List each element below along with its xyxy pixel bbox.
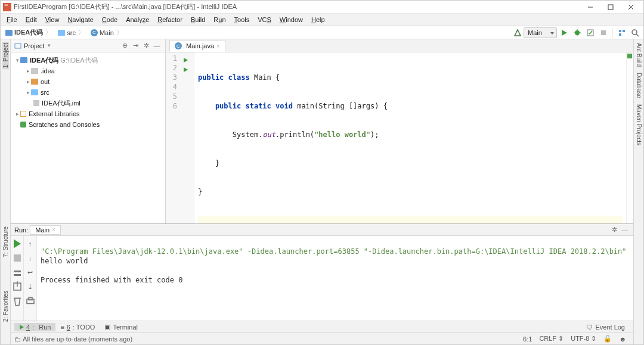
menu-view[interactable]: View xyxy=(42,15,63,24)
menu-tools[interactable]: Tools xyxy=(231,15,253,24)
maximize-button[interactable] xyxy=(600,1,621,13)
close-icon[interactable]: × xyxy=(52,226,55,233)
sidebar-hide-icon[interactable]: — xyxy=(152,41,162,51)
stripe-database[interactable]: Database xyxy=(636,72,642,100)
stop-button[interactable] xyxy=(597,27,609,38)
run-tab-main[interactable]: Main× xyxy=(30,225,61,235)
menu-run[interactable]: Run xyxy=(210,15,229,24)
console-output[interactable]: "C:\Program Files\Java\jdk-12.0.1\bin\ja… xyxy=(37,236,633,321)
tree-idea-dir[interactable]: ▸.idea xyxy=(11,66,165,76)
menu-window[interactable]: Window xyxy=(276,15,306,24)
trash-button[interactable] xyxy=(12,296,23,306)
search-button[interactable] xyxy=(629,27,641,38)
menu-refactor[interactable]: Refactor xyxy=(154,15,186,24)
svg-line-15 xyxy=(636,34,639,36)
run-hide-icon[interactable]: — xyxy=(620,225,630,235)
module-icon xyxy=(5,30,13,36)
sidebar-scroll-from-source-icon[interactable]: ⊕ xyxy=(120,41,129,51)
readonly-lock-icon[interactable]: 🔓 xyxy=(600,335,615,343)
close-button[interactable] xyxy=(621,1,641,13)
code-editor[interactable]: 1 2 3 4 5 6 public class Main { public s… xyxy=(166,52,633,223)
project-tree[interactable]: ▾IDEA代码 G:\IDEA代码 ▸.idea ▸out ▸src IDEA代… xyxy=(11,52,165,223)
down-button[interactable]: ↓ xyxy=(25,253,36,263)
editor-tabs: C Main.java × xyxy=(166,39,633,52)
close-tab-icon[interactable]: × xyxy=(216,43,220,49)
breadcrumb: IDEA代码〉 src〉 CMain〉 xyxy=(3,27,125,38)
caret-position[interactable]: 6:1 xyxy=(519,335,535,343)
stripe-structure[interactable]: 7: Structure xyxy=(2,225,9,259)
menu-file[interactable]: File xyxy=(3,15,21,24)
right-toolwindow-stripe: Ant Build Database Maven Projects xyxy=(633,39,643,344)
svg-rect-19 xyxy=(14,274,21,276)
left-toolwindow-stripe: 1: Project 7: Structure 2: Favorites xyxy=(1,39,11,344)
breadcrumb-src[interactable]: src〉 xyxy=(55,27,87,38)
class-icon: C xyxy=(175,42,182,49)
dump-threads-button[interactable] xyxy=(12,267,23,278)
project-sidebar: Project ▼ ⊕ ⇥ ✲ — ▾IDEA代码 G:\IDEA代码 ▸.id… xyxy=(11,39,166,223)
print-button[interactable] xyxy=(25,296,36,306)
exit-button[interactable] xyxy=(12,281,23,292)
stripe-project[interactable]: 1: Project xyxy=(2,42,9,69)
menubar: File Edit View Navigate Code Analyze Ref… xyxy=(1,14,643,26)
sidebar-collapse-icon[interactable]: ⇥ xyxy=(131,41,140,51)
menu-help[interactable]: Help xyxy=(308,15,329,24)
folder-icon xyxy=(31,79,38,85)
breadcrumb-module[interactable]: IDEA代码〉 xyxy=(3,27,54,38)
menu-analyze[interactable]: Analyze xyxy=(122,15,153,24)
svg-rect-1 xyxy=(5,4,8,5)
bottom-tab-eventlog[interactable]: 🗨 Event Log xyxy=(581,323,630,331)
statusbar: 🗀 All files are up-to-date (moments ago)… xyxy=(11,332,633,344)
library-icon xyxy=(20,111,26,117)
gutter[interactable]: 1 2 3 4 5 6 xyxy=(166,52,194,223)
sidebar-settings-icon[interactable]: ✲ xyxy=(141,41,151,51)
tree-iml-file[interactable]: IDEA代码.iml xyxy=(11,98,165,108)
tree-src-dir[interactable]: ▸src xyxy=(11,87,165,98)
stripe-favorites[interactable]: 2: Favorites xyxy=(2,290,9,323)
class-icon: C xyxy=(91,29,98,36)
run-button[interactable] xyxy=(558,27,570,38)
bottom-tab-run[interactable]: 4: Run xyxy=(14,323,55,331)
scroll-to-end-button[interactable]: ⤓ xyxy=(25,281,36,292)
project-structure-button[interactable] xyxy=(616,27,628,38)
bottom-tab-todo[interactable]: ≡ 6: TODO xyxy=(55,323,100,331)
minimize-button[interactable] xyxy=(580,1,600,13)
rerun-button[interactable] xyxy=(12,238,23,249)
run-icon xyxy=(19,325,24,330)
tree-module-root[interactable]: ▾IDEA代码 G:\IDEA代码 xyxy=(11,55,165,66)
tree-out-dir[interactable]: ▸out xyxy=(11,76,165,87)
line-separator[interactable]: CRLF ⇕ xyxy=(535,335,567,343)
menu-navigate[interactable]: Navigate xyxy=(64,15,97,24)
project-icon xyxy=(14,42,21,49)
code-content[interactable]: public class Main { public static void m… xyxy=(194,52,626,223)
svg-rect-0 xyxy=(3,3,11,11)
svg-rect-17 xyxy=(14,254,21,262)
bottom-tab-terminal[interactable]: ▣ Terminal xyxy=(100,322,143,331)
menu-build[interactable]: Build xyxy=(187,15,209,24)
run-settings-icon[interactable]: ✲ xyxy=(609,225,619,235)
menu-vcs[interactable]: VCS xyxy=(254,15,275,24)
stripe-ant-build[interactable]: Ant Build xyxy=(636,42,642,68)
status-sync-icon[interactable]: 🗀 xyxy=(14,335,21,343)
build-button[interactable] xyxy=(512,27,524,38)
tree-scratches[interactable]: Scratches and Consoles xyxy=(11,119,165,130)
file-encoding[interactable]: UTF-8 ⇕ xyxy=(567,335,600,343)
stripe-maven[interactable]: Maven Projects xyxy=(636,103,642,147)
menu-code[interactable]: Code xyxy=(98,15,121,24)
menu-edit[interactable]: Edit xyxy=(22,15,41,24)
coverage-button[interactable] xyxy=(584,27,596,38)
up-button[interactable]: ↑ xyxy=(25,238,36,249)
hector-icon[interactable]: ☻ xyxy=(615,335,630,343)
tab-main-java[interactable]: C Main.java × xyxy=(169,40,225,52)
run-header-title: Run: xyxy=(14,226,28,234)
stop-button[interactable] xyxy=(12,253,23,263)
svg-rect-13 xyxy=(619,33,621,36)
svg-point-14 xyxy=(632,30,637,35)
soft-wrap-button[interactable]: ↩ xyxy=(25,267,36,278)
run-config-selector[interactable]: Main xyxy=(524,27,557,38)
app-icon xyxy=(3,3,11,11)
breadcrumb-main[interactable]: CMain〉 xyxy=(88,27,125,38)
bottom-toolwindow-tabs: 4: Run ≡ 6: TODO ▣ Terminal 🗨 Event Log xyxy=(11,321,633,332)
editor-scrollbar[interactable] xyxy=(626,52,633,223)
debug-button[interactable] xyxy=(571,27,583,38)
tree-external-libs[interactable]: ▸External Libraries xyxy=(11,108,165,119)
